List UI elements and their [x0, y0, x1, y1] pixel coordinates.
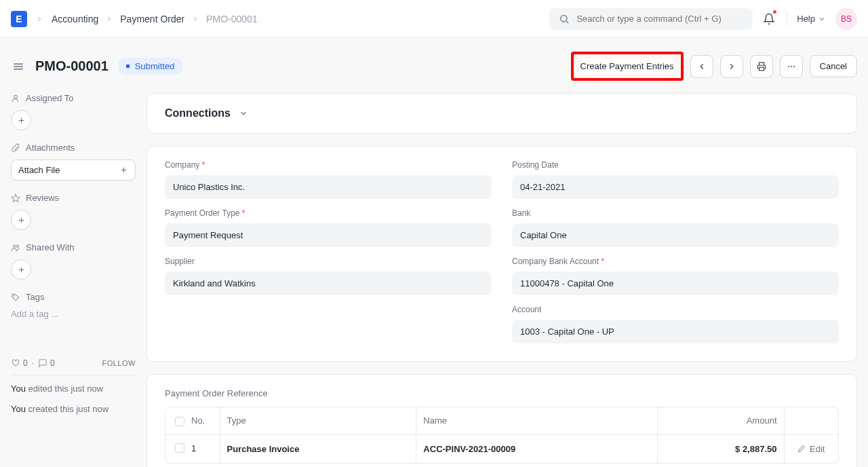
status-badge: Submitted	[118, 58, 183, 75]
sidebar-toggle-icon[interactable]	[11, 59, 26, 74]
breadcrumb-payment-order[interactable]: Payment Order	[120, 14, 184, 24]
row-checkbox[interactable]	[175, 443, 184, 453]
divider	[787, 12, 787, 26]
select-all-checkbox[interactable]	[175, 417, 184, 426]
field-company: Company Unico Plastics Inc.	[165, 160, 492, 199]
svg-point-18	[16, 244, 19, 247]
search-input[interactable]	[576, 14, 743, 24]
payment-order-type-input[interactable]: Payment Request	[165, 223, 492, 247]
plus-icon	[17, 116, 26, 125]
bank-input[interactable]: Capital One	[512, 223, 839, 247]
help-label: Help	[797, 14, 815, 24]
svg-point-21	[14, 295, 14, 296]
create-payment-entries-highlight: Create Payment Entries	[571, 52, 684, 81]
company-input[interactable]: Unico Plastics Inc.	[165, 175, 492, 199]
table-header-row: No. Type Name Amount	[165, 407, 838, 434]
ellipsis-icon	[787, 62, 796, 71]
breadcrumb-accounting[interactable]: Accounting	[52, 14, 98, 24]
supplier-input[interactable]: Kirkland and Watkins	[165, 272, 492, 295]
plus-icon	[17, 265, 26, 274]
print-button[interactable]	[750, 55, 773, 78]
svg-point-8	[793, 66, 795, 67]
svg-point-17	[14, 244, 16, 247]
reference-card: Payment Order Reference No. Type Name Am…	[146, 374, 857, 467]
paperclip-icon	[11, 143, 20, 153]
app-header: E Accounting Payment Order PMO-00001 Hel…	[0, 0, 868, 38]
breadcrumb: Accounting Payment Order PMO-00001	[52, 14, 258, 24]
details-card: Company Unico Plastics Inc. Posting Date…	[146, 146, 857, 362]
tag-icon	[11, 293, 20, 302]
star-icon	[11, 193, 20, 203]
breadcrumb-separator-icon	[35, 15, 43, 23]
row-type: Purchase Invoice	[220, 434, 416, 463]
search-icon	[559, 14, 570, 24]
notifications-icon[interactable]	[761, 11, 777, 27]
row-name: ACC-PINV-2021-00009	[416, 434, 657, 463]
activity-item: You created this just now	[11, 403, 136, 416]
field-supplier: Supplier Kirkland and Watkins	[165, 257, 492, 295]
form-main: Connections Company Unico Plastics Inc. …	[146, 93, 857, 467]
page-title: PMO-00001	[35, 58, 108, 74]
header-right: Help BS	[761, 8, 857, 30]
add-review-button[interactable]	[11, 210, 31, 230]
page-actions: Create Payment Entries Cancel	[571, 52, 857, 81]
comment-button[interactable]: 0	[38, 358, 55, 368]
shared-with-label: Shared With	[11, 242, 136, 253]
chevron-right-icon	[727, 62, 736, 71]
svg-line-1	[566, 21, 568, 23]
plus-icon	[17, 216, 26, 225]
svg-marker-14	[12, 194, 20, 202]
breadcrumb-separator-icon	[191, 15, 199, 23]
reference-title: Payment Order Reference	[147, 375, 856, 407]
prev-button[interactable]	[690, 55, 713, 78]
create-payment-entries-button[interactable]: Create Payment Entries	[580, 58, 674, 74]
svg-point-9	[14, 95, 18, 98]
connections-card: Connections	[146, 93, 857, 134]
row-amount: $ 2,887.50	[657, 434, 784, 463]
chevron-left-icon	[697, 62, 707, 71]
page-header: PMO-00001 Submitted Create Payment Entri…	[0, 38, 868, 93]
help-menu[interactable]: Help	[797, 14, 826, 24]
user-avatar[interactable]: BS	[835, 8, 857, 30]
pencil-icon	[797, 445, 806, 453]
tags-label: Tags	[11, 292, 136, 302]
posting-date-input[interactable]: 04-21-2021	[512, 175, 839, 199]
company-bank-account-input[interactable]: 11000478 - Capital One	[512, 272, 839, 295]
chevron-down-icon	[818, 15, 826, 23]
assigned-to-label: Assigned To	[11, 93, 136, 103]
svg-rect-5	[759, 67, 764, 71]
add-share-button[interactable]	[11, 259, 31, 280]
field-bank: Bank Capital One	[512, 208, 839, 247]
engagement-bar: 0 · 0 FOLLOW	[11, 358, 136, 368]
global-search[interactable]	[549, 8, 753, 30]
heart-icon	[11, 358, 20, 368]
cancel-button[interactable]: Cancel	[810, 55, 857, 77]
app-logo[interactable]: E	[11, 11, 27, 27]
comment-icon	[38, 358, 47, 368]
plus-icon	[119, 166, 128, 174]
more-button[interactable]	[780, 55, 803, 78]
follow-button[interactable]: FOLLOW	[102, 359, 136, 367]
users-icon	[11, 243, 20, 253]
table-row[interactable]: 1 Purchase Invoice ACC-PINV-2021-00009 $…	[165, 434, 838, 463]
edit-row-button[interactable]: Edit	[791, 444, 832, 454]
add-assignee-button[interactable]	[11, 110, 31, 130]
breadcrumb-separator-icon	[105, 15, 113, 23]
reference-table: No. Type Name Amount 1 Purchase Invoice …	[165, 407, 839, 464]
svg-point-6	[788, 66, 789, 67]
chevron-down-icon	[239, 109, 248, 118]
attach-file-button[interactable]: Attach File	[11, 160, 136, 181]
field-payment-order-type: Payment Order Type Payment Request	[165, 208, 492, 247]
svg-point-7	[791, 66, 792, 67]
reviews-label: Reviews	[11, 193, 136, 203]
like-button[interactable]: 0	[11, 358, 28, 368]
account-input[interactable]: 1003 - Capital One - UP	[512, 320, 839, 343]
user-icon	[11, 94, 20, 103]
next-button[interactable]	[720, 55, 743, 78]
connections-toggle[interactable]: Connections	[147, 94, 856, 133]
form-sidebar: Assigned To Attachments Attach File Revi…	[11, 93, 146, 467]
field-company-bank-account: Company Bank Account 11000478 - Capital …	[512, 257, 839, 295]
attachments-label: Attachments	[11, 143, 136, 153]
tag-input[interactable]: Add a tag ...	[11, 309, 136, 319]
activity-item: You edited this just now	[11, 382, 136, 396]
